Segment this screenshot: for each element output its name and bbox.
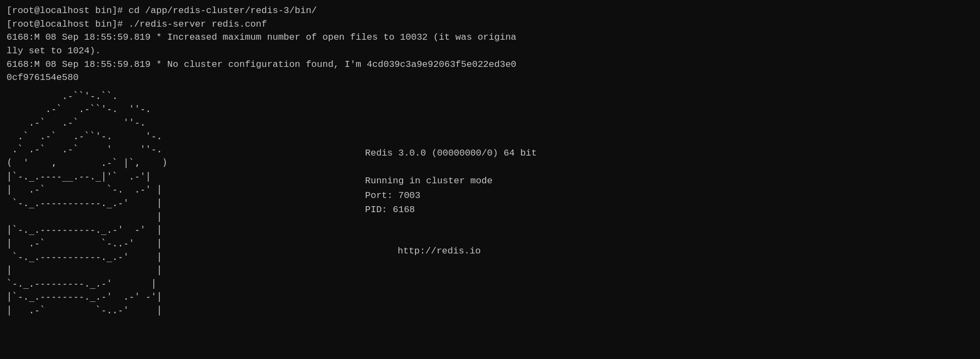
redis-info-panel: Redis 3.0.0 (00000000/0) 64 bit Running … (343, 89, 537, 317)
terminal: [root@localhost bin]# cd /app/redis-clus… (7, 4, 973, 317)
terminal-line-1: [root@localhost bin]# cd /app/redis-clus… (7, 4, 973, 18)
terminal-line-6: 0cf976154e580 (7, 71, 973, 85)
terminal-line-4: lly set to 1024). (7, 45, 973, 58)
port-info: Port: 7003 (365, 189, 537, 203)
terminal-line-3: 6168:M 08 Sep 18:55:59.819 * Increased m… (7, 31, 973, 45)
terminal-line-2: [root@localhost bin]# ./redis-server red… (7, 18, 973, 32)
ascii-section: .-``'-.``. .-` .-``'-. ''-. .-` .-` ''-.… (7, 89, 973, 317)
redis-website: http://redis.io (365, 245, 537, 258)
redis-version: Redis 3.0.0 (00000000/0) 64 bit (365, 147, 537, 160)
redis-ascii-art: .-``'-.``. .-` .-``'-. ''-. .-` .-` ''-.… (7, 89, 343, 317)
pid-info: PID: 6168 (365, 203, 537, 217)
running-mode: Running in cluster mode (365, 175, 537, 188)
terminal-line-5: 6168:M 08 Sep 18:55:59.819 * No cluster … (7, 58, 973, 72)
